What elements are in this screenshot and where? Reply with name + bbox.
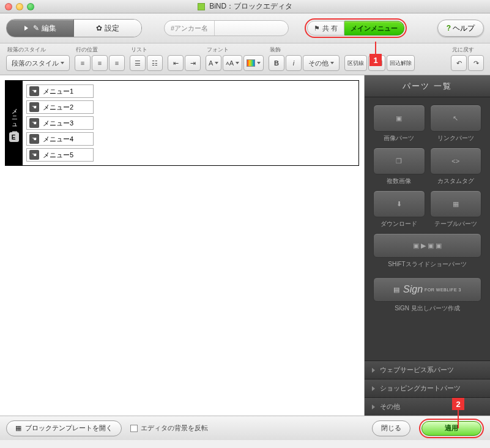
menu-item[interactable]: ☚メニュー4 — [26, 132, 94, 146]
chevron-right-icon — [372, 368, 375, 373]
sign-part-button[interactable]: ▤ Sign FOR WEBLIFE 3 — [373, 277, 481, 302]
callout-1: 1 — [369, 54, 382, 66]
font-group: フォント A AA — [206, 46, 264, 71]
block-tab[interactable]: メニュー E — [6, 81, 23, 165]
align-group: 行の位置 ≡ ≡ ≡ — [75, 46, 125, 71]
anchor-input[interactable] — [215, 21, 288, 35]
slideshow-icon: ▣ ▶ ▣ ▣ — [413, 242, 442, 250]
settings-mode-button[interactable]: ✿ 設定 — [74, 20, 141, 37]
chevron-right-icon — [372, 405, 375, 409]
font-group-label: フォント — [206, 46, 264, 54]
chevron-down-icon — [236, 62, 239, 64]
align-center-button[interactable]: ≡ — [92, 55, 108, 71]
custom-tag-label: カスタムタグ — [430, 177, 482, 185]
block-tab-label: メニュー — [10, 104, 18, 130]
accordion-other[interactable]: その他 — [365, 397, 490, 416]
checkbox-icon — [130, 425, 138, 432]
pointer-icon: ☚ — [29, 118, 39, 128]
undo-group: 元に戻す ↶ ↷ — [451, 46, 484, 71]
menu-item[interactable]: ☚メニュー2 — [26, 100, 94, 114]
indent-group: ⇤ ⇥ — [168, 48, 201, 71]
sign-brand: Sign — [403, 284, 423, 295]
block-canvas[interactable]: メニュー E ☚メニュー1 ☚メニュー2 ☚メニュー3 ☚メニュー4 ☚メニュー… — [5, 80, 359, 166]
image-part-label: 画像パーツ — [373, 134, 425, 143]
outdent-button[interactable]: ⇤ — [168, 55, 184, 71]
parts-panel-title: パーツ 一覧 — [365, 75, 490, 97]
paragraph-style-select[interactable]: 段落のスタイル — [6, 55, 70, 71]
menu-item[interactable]: ☚メニュー1 — [26, 84, 94, 98]
table-part-button[interactable]: ▦ — [430, 190, 482, 217]
help-button[interactable]: ? ヘルプ — [437, 20, 484, 37]
image-part-button[interactable]: ▣ — [373, 105, 425, 132]
custom-tag-part-button[interactable]: <> — [430, 147, 482, 174]
multi-image-part-button[interactable]: ❐ — [373, 147, 425, 174]
list-bullets-button[interactable]: ☰ — [130, 55, 146, 71]
gear-icon: ✿ — [96, 24, 102, 32]
slideshow-part-button[interactable]: ▣ ▶ ▣ ▣ — [373, 233, 481, 258]
share-label: 共 有 — [322, 24, 338, 33]
callout-2: 2 — [452, 398, 464, 410]
paragraph-style-group: 段落のスタイル 段落のスタイル — [6, 46, 70, 71]
window-title-text: BiND：ブロックエディタ — [209, 2, 292, 10]
help-label: ヘルプ — [453, 23, 475, 34]
link-part-label: リンクパーツ — [430, 134, 482, 143]
accordion-web-services[interactable]: ウェブサービス系パーツ — [365, 360, 490, 379]
menu-item[interactable]: ☚メニュー5 — [26, 148, 94, 162]
link-part-button[interactable]: ↖ — [430, 105, 482, 132]
invert-bg-checkbox[interactable]: エディタの背景を反転 — [130, 424, 208, 433]
decoration-group: 装飾 B i その他 — [269, 46, 340, 71]
share-group: ⚑ 共 有 メインメニュー — [305, 18, 407, 38]
download-label: ダウンロード — [373, 220, 425, 228]
apply-highlight: 適用 — [419, 419, 484, 438]
chevron-down-icon — [61, 62, 64, 64]
download-part-button[interactable]: ⬇ — [373, 190, 425, 217]
font-size-button[interactable]: AA — [223, 55, 242, 71]
share-menu-select[interactable]: メインメニュー — [344, 21, 404, 35]
slideshow-label: SHiFTスライドショーパーツ — [373, 260, 481, 269]
indent-button[interactable]: ⇥ — [185, 55, 201, 71]
share-button[interactable]: ⚑ 共 有 — [307, 21, 344, 35]
accordion-shopping-cart[interactable]: ショッピングカートパーツ — [365, 379, 490, 397]
clear-wrap-button[interactable]: 回込解除 — [387, 55, 415, 71]
block-tab-e-icon: E — [9, 132, 19, 142]
chevron-right-icon — [372, 386, 375, 391]
footer-bar: ▦ ブロックテンプレートを開く エディタの背景を反転 閉じる 適用 — [0, 416, 490, 440]
stack-icon: ❐ — [396, 157, 402, 165]
code-icon: <> — [451, 157, 459, 165]
menu-list: ☚メニュー1 ☚メニュー2 ☚メニュー3 ☚メニュー4 ☚メニュー5 — [23, 81, 358, 165]
other-decoration-button[interactable]: その他 — [303, 55, 340, 71]
download-icon: ⬇ — [396, 200, 402, 208]
editor-canvas-wrap: メニュー E ☚メニュー1 ☚メニュー2 ☚メニュー3 ☚メニュー4 ☚メニュー… — [0, 75, 365, 416]
close-button[interactable]: 閉じる — [372, 420, 410, 436]
font-family-button[interactable]: A — [206, 55, 221, 71]
open-template-button[interactable]: ▦ ブロックテンプレートを開く — [6, 420, 122, 436]
align-right-button[interactable]: ≡ — [109, 55, 125, 71]
para-style-group-label: 段落のスタイル — [6, 46, 70, 54]
list-numbered-button[interactable]: ☷ — [147, 55, 163, 71]
decor-group-label: 装飾 — [269, 46, 340, 54]
parts-grid: ▣ ↖ 画像パーツ リンクパーツ ❐ <> 複数画像 カスタムタグ ⬇ ▦ ダウ… — [365, 97, 490, 276]
menu-item[interactable]: ☚メニュー3 — [26, 116, 94, 130]
color-swatch-icon — [247, 59, 255, 67]
font-color-button[interactable] — [243, 55, 264, 71]
share-menu-label: メインメニュー — [351, 24, 398, 33]
undo-button[interactable]: ↶ — [451, 55, 467, 71]
bold-button[interactable]: B — [269, 55, 284, 71]
template-icon: ▦ — [15, 424, 21, 432]
pointer-icon: ☚ — [29, 134, 39, 144]
divider-button[interactable]: 区切線 — [344, 55, 367, 71]
main-area: メニュー E ☚メニュー1 ☚メニュー2 ☚メニュー3 ☚メニュー4 ☚メニュー… — [0, 75, 490, 416]
anchor-label: #アンカー名 — [165, 21, 215, 35]
chevron-down-icon — [257, 62, 261, 64]
anchor-field: #アンカー名 — [164, 20, 289, 36]
italic-button[interactable]: i — [286, 55, 302, 71]
apply-button[interactable]: 適用 — [421, 421, 481, 436]
redo-button[interactable]: ↷ — [468, 55, 484, 71]
window-title: BiND：ブロックエディタ — [0, 1, 490, 12]
callout-1-line — [375, 42, 376, 55]
edit-mode-button[interactable]: ✎ 編集 — [7, 20, 74, 37]
app-icon — [198, 3, 205, 10]
pencil-icon: ✎ — [33, 24, 39, 32]
primary-toolbar: ✎ 編集 ✿ 設定 #アンカー名 ⚑ 共 有 メインメニュー ? ヘルプ — [0, 13, 490, 43]
align-left-button[interactable]: ≡ — [75, 55, 91, 71]
